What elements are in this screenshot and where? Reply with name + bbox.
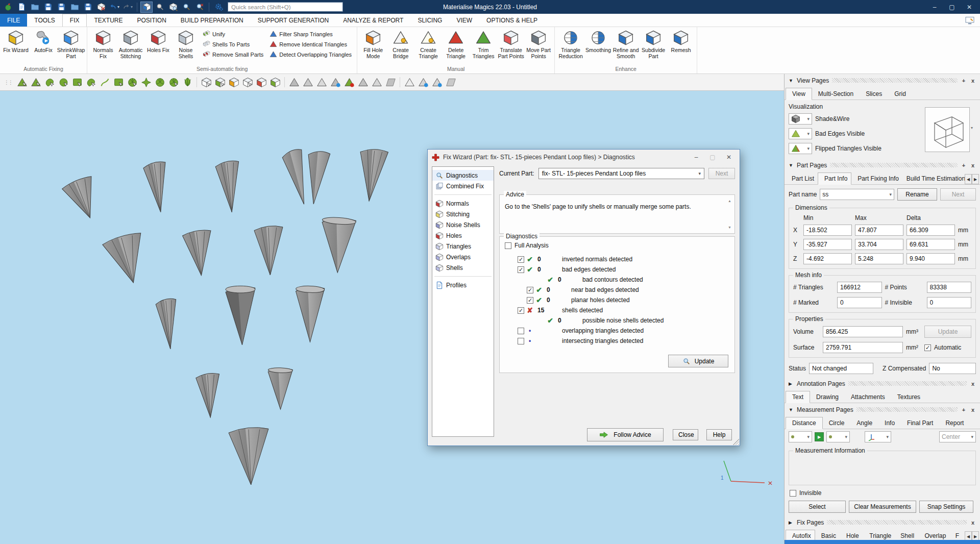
menu-item-support-generation[interactable]: SUPPORT GENERATION: [251, 14, 336, 27]
ribbon-button-detect-overlapping-triangles[interactable]: Detect Overlapping Triangles: [270, 50, 352, 59]
ribbon-button-automatic-stitching[interactable]: Automatic Stitching: [117, 28, 144, 65]
full-analysis-checkbox[interactable]: [505, 242, 511, 249]
tab-drawing[interactable]: Drawing: [810, 391, 845, 403]
select-brush-icon[interactable]: [57, 76, 69, 88]
select-fan-icon[interactable]: [181, 76, 193, 88]
help-button[interactable]: Help: [706, 429, 732, 440]
tab-scroll-left[interactable]: ◀: [965, 174, 972, 184]
tab-part-fixing-info[interactable]: Part Fixing Info: [851, 173, 900, 184]
zoom-part-icon[interactable]: [167, 2, 179, 13]
wizard-page-triangles[interactable]: Triangles: [432, 241, 494, 252]
mesh-field--marked[interactable]: [837, 297, 882, 308]
ribbon-button-create-bridge[interactable]: Create Bridge: [387, 28, 414, 65]
menu-item-slicing[interactable]: SLICING: [410, 14, 449, 27]
wizard-page-stitching[interactable]: Stitching: [432, 209, 494, 219]
zoom-fit-icon[interactable]: [140, 2, 153, 13]
tab-attachments[interactable]: Attachments: [845, 391, 891, 403]
ribbon-button-refine-and-smooth[interactable]: Refine and Smooth: [612, 28, 640, 65]
next-part-button[interactable]: Next: [940, 188, 976, 201]
orientation-cube[interactable]: [925, 107, 970, 152]
diagnostic-checkbox[interactable]: [527, 287, 533, 293]
fix-pages-header[interactable]: ▶ Fix Pages x: [785, 516, 980, 529]
undo-icon[interactable]: ▾: [108, 2, 120, 13]
select-shell-icon[interactable]: [154, 76, 166, 88]
part-shape[interactable]: [354, 147, 388, 203]
shrink-selection-icon[interactable]: [357, 76, 369, 88]
close-panel-icon[interactable]: x: [970, 520, 976, 526]
filter-selection-icon[interactable]: [371, 76, 383, 88]
expand-triangle-icon[interactable]: ▼: [789, 407, 794, 412]
diagnostic-checkbox[interactable]: [518, 328, 524, 334]
ribbon-button-smoothing[interactable]: Smoothing: [584, 28, 612, 65]
remove-part-icon[interactable]: [95, 2, 107, 13]
tab-distance[interactable]: Distance: [786, 417, 823, 429]
snap-settings-button[interactable]: Snap Settings: [919, 501, 973, 513]
toolbar-drag-handle[interactable]: ⋮⋮: [4, 80, 12, 85]
ribbon-button-subdivide-part[interactable]: Subdivide Part: [640, 28, 667, 65]
close-button[interactable]: ✕: [961, 1, 978, 13]
save-icon[interactable]: [42, 2, 54, 13]
second-point-type-dropdown[interactable]: ▾: [826, 431, 850, 442]
part-shape[interactable]: [196, 373, 221, 418]
mark-surface-icon[interactable]: [315, 76, 328, 88]
part-shape[interactable]: [156, 298, 180, 350]
invisible-checkbox[interactable]: [790, 490, 796, 497]
diagnostic-checkbox[interactable]: [518, 256, 524, 263]
ribbon-button-fix-wizard[interactable]: Fix Wizard: [2, 28, 30, 65]
zoom-selection-icon[interactable]: [193, 2, 206, 13]
pin-icon[interactable]: +: [961, 78, 967, 84]
next-button[interactable]: Next: [708, 168, 735, 179]
close-panel-icon[interactable]: x: [970, 407, 976, 413]
maximize-button[interactable]: ▢: [943, 1, 961, 13]
close-panel-icon[interactable]: x: [970, 78, 976, 84]
ribbon-button-triangle-reduction[interactable]: Triangle Reduction: [557, 28, 584, 65]
part-pages-header[interactable]: ▼ Part Pages + x: [785, 159, 980, 171]
grow-selection-icon[interactable]: [329, 76, 341, 88]
select-part-icon[interactable]: [214, 76, 226, 88]
volume-field[interactable]: [823, 326, 903, 337]
unzoom-icon[interactable]: [154, 2, 166, 13]
dialog-titlebar[interactable]: Fix Wizard (Part: fix- STL- 15-pieces Pe…: [428, 150, 740, 165]
menu-item-options-help[interactable]: OPTIONS & HELP: [479, 14, 545, 27]
wizard-page-noise-shells[interactable]: Noise Shells: [432, 219, 494, 230]
ribbon-button-move-part-points[interactable]: Move Part Points: [525, 28, 552, 65]
mark-flipped-icon[interactable]: [431, 76, 443, 88]
tab-grid[interactable]: Grid: [888, 88, 912, 100]
shaded-cube-icon[interactable]: ▾: [789, 113, 812, 125]
hide-triangles-icon[interactable]: [255, 76, 267, 88]
clear-measurements-button[interactable]: Clear Measurements: [849, 501, 916, 513]
new-document-icon[interactable]: [15, 2, 28, 13]
measure-list-button[interactable]: ▶: [815, 432, 824, 441]
pin-icon[interactable]: +: [961, 162, 967, 168]
surface-field[interactable]: [823, 342, 903, 353]
pin-icon[interactable]: +: [961, 407, 967, 413]
menu-item-texture[interactable]: TEXTURE: [87, 14, 130, 27]
tab-final-part[interactable]: Final Part: [901, 417, 939, 429]
ribbon-button-remove-small-parts[interactable]: Remove Small Parts: [203, 50, 263, 59]
close-panel-icon[interactable]: x: [970, 381, 976, 387]
tab-angle[interactable]: Angle: [850, 417, 878, 429]
z-delta-field[interactable]: [906, 253, 955, 264]
tab-circle[interactable]: Circle: [823, 417, 851, 429]
diagnostic-checkbox[interactable]: [527, 297, 533, 304]
menu-item-view[interactable]: VIEW: [449, 14, 479, 27]
tab-slices[interactable]: Slices: [860, 88, 888, 100]
ribbon-button-delete-triangle[interactable]: Delete Triangle: [442, 28, 470, 65]
mesh-field--points[interactable]: [927, 282, 972, 293]
wizard-page-normals[interactable]: Normals: [432, 198, 494, 209]
menu-item-build-preparation[interactable]: BUILD PREPARATION: [174, 14, 251, 27]
select-triangles-icon[interactable]: [16, 76, 28, 88]
select-rect-icon[interactable]: [71, 76, 83, 88]
dialog-resize-grip[interactable]: [733, 439, 739, 445]
select-cube-icon[interactable]: [200, 76, 212, 88]
part-shape[interactable]: [143, 161, 170, 213]
triangle-info-icon[interactable]: [403, 76, 415, 88]
dialog-maximize-icon[interactable]: ▢: [708, 154, 717, 161]
part-shape[interactable]: [226, 286, 255, 345]
ribbon-button-remove-identical-triangles[interactable]: Remove Identical Triangles: [270, 40, 352, 48]
save-as-icon[interactable]: [55, 2, 67, 13]
flipped-triangle-icon[interactable]: ▾: [789, 143, 812, 154]
point-type-dropdown[interactable]: ▾: [789, 431, 812, 442]
part-shape[interactable]: [318, 216, 356, 274]
part-shape[interactable]: [254, 226, 283, 275]
